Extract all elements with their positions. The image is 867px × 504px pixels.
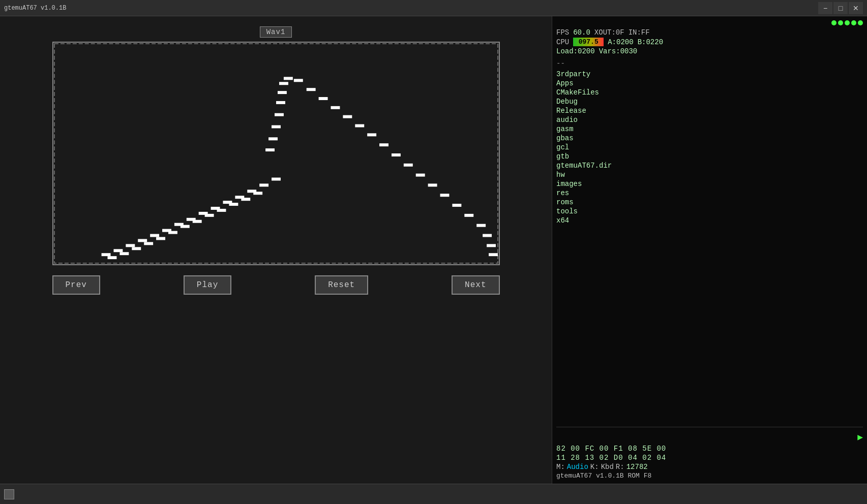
info-panel: FPS 60.0 XOUT:0F IN:FF CPU 097.5 A:0200 … [552,16,867,484]
a-register: A:0200 [608,38,633,46]
svg-rect-41 [487,244,496,247]
r-label: R: [616,463,624,471]
list-item[interactable]: gcl [556,143,863,152]
svg-rect-47 [156,237,165,240]
list-item[interactable]: CMakeFiles [556,88,863,97]
list-item[interactable]: 3rdparty [556,70,863,79]
svg-rect-21 [277,91,286,94]
next-button[interactable]: Next [452,275,499,295]
svg-rect-51 [204,214,214,217]
list-item[interactable]: hw [556,170,863,179]
svg-rect-34 [415,174,425,177]
list-item[interactable]: Apps [556,79,863,88]
svg-rect-55 [253,192,262,195]
dot-1 [831,20,836,25]
close-button[interactable]: ✕ [849,2,863,14]
svg-rect-53 [229,203,238,206]
list-item[interactable]: res [556,188,863,198]
list-item[interactable]: roms [556,198,863,207]
svg-rect-42 [489,253,498,256]
svg-rect-4 [138,239,147,242]
svg-rect-24 [293,79,303,82]
svg-rect-30 [367,133,376,136]
svg-rect-50 [192,220,201,223]
svg-rect-22 [279,82,288,85]
list-item[interactable]: gasm [556,124,863,134]
svg-rect-40 [483,234,492,237]
svg-rect-31 [379,143,388,146]
green-dots [831,20,863,25]
kbd-value: Kbd [601,463,614,471]
waveform-display [52,42,500,265]
list-item[interactable]: gtemuAT67.dir [556,161,863,170]
dot-3 [845,20,850,25]
prev-button[interactable]: Prev [52,275,100,295]
svg-rect-0 [54,44,497,263]
dot-4 [851,20,856,25]
divider: -- [556,59,863,68]
svg-rect-5 [150,234,159,237]
list-item[interactable]: x64 [556,216,863,225]
svg-rect-52 [217,209,226,212]
arrow-indicator: ▶ [556,431,863,443]
list-item[interactable]: audio [556,115,863,124]
svg-rect-46 [144,242,153,245]
version-label: gtemuAT67 v1.0.1B ROM F8 [556,472,863,480]
fps-line: FPS 60.0 XOUT:0F IN:FF [556,28,863,37]
svg-rect-43 [107,256,116,259]
svg-rect-19 [275,113,284,116]
load-value: Load:0200 [556,47,595,55]
svg-rect-14 [259,183,268,186]
svg-rect-28 [343,115,352,118]
taskbar-item[interactable] [4,489,14,499]
app-title: gtemuAT67 v1.0.1B [4,5,66,12]
svg-rect-29 [355,124,364,128]
m-label: M: [556,463,565,471]
main-container: Wav1 [0,16,867,484]
svg-rect-23 [283,77,292,80]
list-item[interactable]: Debug [556,97,863,106]
list-item[interactable]: gtb [556,152,863,161]
load-line: Load:0200 Vars:0030 [556,47,863,55]
status-line: M: Audio K: Kbd R: 12782 [556,463,863,471]
xout-label: XOUT:0F [594,28,624,37]
r-value: 12782 [626,463,648,471]
taskbar [0,484,867,504]
file-list: 3rdpartyAppsCMakeFilesDebugReleaseaudiog… [556,70,863,427]
hex-line-2: 11 28 13 02 D0 04 02 04 [556,454,863,462]
in-label: IN:FF [629,28,650,37]
green-dots-row [556,20,863,26]
svg-rect-36 [440,194,449,197]
cpu-label: CPU [556,38,569,46]
svg-rect-16 [265,148,275,151]
b-register: B:0220 [638,38,663,46]
list-item[interactable]: tools [556,207,863,216]
list-item[interactable]: Release [556,106,863,115]
title-bar: gtemuAT67 v1.0.1B − □ ✕ [0,0,867,16]
vars-value: Vars:0030 [599,47,638,55]
minimize-button[interactable]: − [818,2,832,14]
svg-rect-27 [331,106,340,109]
cpu-line: CPU 097.5 A:0200 B:0220 [556,38,863,46]
list-item[interactable]: images [556,179,863,188]
audio-mode: Audio [567,463,588,471]
maximize-button[interactable]: □ [833,2,848,14]
svg-rect-37 [452,204,461,207]
svg-rect-17 [268,137,278,140]
list-item[interactable]: gbas [556,134,863,143]
reset-button[interactable]: Reset [315,275,368,295]
svg-rect-18 [272,125,281,129]
svg-rect-49 [180,225,189,228]
svg-rect-20 [276,101,285,104]
waveform-svg [53,43,499,264]
wav-label: Wav1 [260,26,292,38]
k-label: K: [590,463,599,471]
dot-2 [838,20,843,25]
svg-rect-25 [306,88,315,91]
fps-label: FPS [556,28,569,37]
play-button[interactable]: Play [184,275,231,295]
svg-rect-32 [391,153,400,156]
svg-rect-44 [119,252,129,255]
bottom-section: ▶ 82 00 FC 00 F1 08 5E 00 11 28 13 02 D0… [556,427,863,480]
svg-rect-15 [272,178,281,181]
